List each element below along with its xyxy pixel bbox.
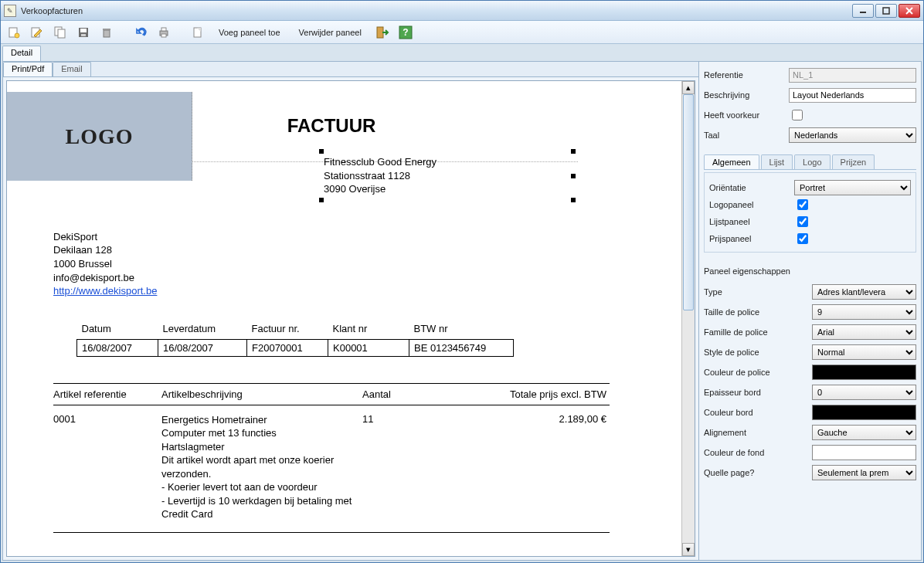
tab-list[interactable]: Lijst xyxy=(761,154,793,169)
pricepanel-label: Prijspaneel xyxy=(709,234,794,243)
reference-field xyxy=(789,68,916,83)
info-value: 16/08/2007 xyxy=(158,339,247,356)
items-header: Artikel referentie Artikelbeschrijving A… xyxy=(53,383,610,405)
scroll-down-button[interactable]: ▾ xyxy=(682,543,695,556)
line-qty: 11 xyxy=(362,413,440,521)
edit-icon[interactable] xyxy=(29,24,46,41)
logo-placeholder[interactable]: LOGO xyxy=(7,92,192,181)
svg-rect-15 xyxy=(161,28,166,31)
border-color-swatch[interactable] xyxy=(812,405,916,420)
tab-detail[interactable]: Detail xyxy=(2,46,41,61)
info-header: Klant nr xyxy=(328,320,409,340)
col-desc-header: Artikelbeschrijving xyxy=(161,388,362,400)
svg-point-5 xyxy=(15,33,19,38)
undo-icon[interactable] xyxy=(132,24,149,41)
type-label: Type xyxy=(704,287,812,297)
reference-label: Referentie xyxy=(704,70,789,80)
copy-icon[interactable] xyxy=(52,24,69,41)
bg-color-label: Couleur de fond xyxy=(704,448,812,457)
app-window: ✎ Verkoopfacturen Voeg paneel toe Verwij… xyxy=(0,0,924,563)
line-desc: Energetics Hometrainer Computer met 13 f… xyxy=(161,413,362,521)
info-value: K00001 xyxy=(328,339,409,356)
svg-rect-13 xyxy=(103,29,110,30)
titlebar: ✎ Verkoopfacturen xyxy=(1,1,923,21)
align-select[interactable]: Gauche xyxy=(812,425,916,440)
minimize-button[interactable] xyxy=(852,4,874,18)
type-select[interactable]: Adres klant/levera xyxy=(812,284,916,300)
svg-rect-8 xyxy=(58,29,65,38)
font-style-select[interactable]: Normal xyxy=(812,344,916,360)
language-select[interactable]: Nederlands xyxy=(789,127,916,143)
vertical-scrollbar[interactable]: ▴ ▾ xyxy=(681,81,695,556)
font-color-swatch[interactable] xyxy=(812,365,916,380)
font-family-select[interactable]: Arial xyxy=(812,324,916,340)
tab-general[interactable]: Algemeen xyxy=(704,154,759,169)
scroll-up-button[interactable]: ▴ xyxy=(682,81,695,94)
app-icon: ✎ xyxy=(4,5,16,17)
sender-street: Dekilaan 128 xyxy=(53,243,610,257)
tab-print-pdf[interactable]: Print/Pdf xyxy=(3,62,53,76)
print-icon[interactable] xyxy=(155,24,172,41)
window-title: Verkoopfacturen xyxy=(21,6,852,15)
page-setup-icon[interactable] xyxy=(189,24,206,41)
info-header: Datum xyxy=(77,320,158,340)
preferred-label: Heeft voorkeur xyxy=(704,110,789,120)
logopanel-checkbox[interactable] xyxy=(797,199,808,210)
line-total: 2.189,00 € xyxy=(440,413,610,521)
listpanel-checkbox[interactable] xyxy=(797,216,808,227)
remove-panel-button[interactable]: Verwijder paneel xyxy=(293,28,368,37)
recipient-address-panel[interactable]: Fitnessclub Good Energy Stationsstraat 1… xyxy=(324,152,571,199)
tab-email[interactable]: Email xyxy=(53,62,91,76)
toolbar: Voeg paneel toe Verwijder paneel ? xyxy=(1,21,923,44)
language-label: Taal xyxy=(704,131,789,140)
logopanel-label: Logopaneel xyxy=(709,200,794,209)
pricepanel-checkbox[interactable] xyxy=(797,233,808,244)
font-size-select[interactable]: 9 xyxy=(812,304,916,320)
save-icon[interactable] xyxy=(75,24,92,41)
align-label: Alignement xyxy=(704,428,812,437)
description-field[interactable] xyxy=(789,88,916,103)
description-label: Beschrijving xyxy=(704,90,789,100)
preferred-checkbox[interactable] xyxy=(792,110,803,120)
tab-logo[interactable]: Logo xyxy=(794,154,830,169)
col-qty-header: Aantal xyxy=(362,388,440,400)
tab-prices[interactable]: Prijzen xyxy=(832,154,875,169)
delete-icon[interactable] xyxy=(98,24,115,41)
invoice-info-table: Datum Leverdatum Factuur nr. Klant nr BT… xyxy=(76,320,514,357)
page-select[interactable]: Seulement la prem xyxy=(812,465,916,480)
scroll-thumb[interactable] xyxy=(683,94,694,310)
svg-rect-10 xyxy=(80,29,87,32)
svg-rect-18 xyxy=(377,27,383,38)
line-ref: 0001 xyxy=(53,413,161,521)
font-style-label: Style de police xyxy=(704,348,812,357)
border-width-select[interactable]: 0 xyxy=(812,385,916,400)
font-family-label: Famille de police xyxy=(704,327,812,337)
border-color-label: Couleur bord xyxy=(704,408,812,417)
info-header: Leverdatum xyxy=(158,320,247,340)
col-total-header: Totale prijs excl. BTW xyxy=(440,388,610,400)
new-icon[interactable] xyxy=(5,24,22,41)
svg-rect-16 xyxy=(161,34,166,37)
close-button[interactable] xyxy=(899,4,920,18)
preview-container: LOGO FACTUUR Fitnessclub Good Energy Sta… xyxy=(6,80,695,557)
font-color-label: Couleur de police xyxy=(704,368,812,377)
info-value: 16/08/2007 xyxy=(77,339,158,356)
info-header: BTW nr xyxy=(409,320,514,340)
add-panel-button[interactable]: Voeg paneel toe xyxy=(212,28,287,37)
properties-panel: Referentie Beschrijving Heeft voorkeur T… xyxy=(698,62,921,560)
sender-website-link[interactable]: http://www.dekisport.be xyxy=(53,285,157,297)
svg-rect-1 xyxy=(883,8,889,14)
sender-name: DekiSport xyxy=(53,230,610,244)
sender-city: 1000 Brussel xyxy=(53,257,610,271)
help-icon[interactable]: ? xyxy=(397,24,414,41)
bg-color-swatch[interactable] xyxy=(812,445,916,460)
listpanel-label: Lijstpaneel xyxy=(709,217,794,226)
info-value: BE 0123456749 xyxy=(409,339,514,356)
svg-rect-11 xyxy=(81,34,86,36)
exit-icon[interactable] xyxy=(374,24,391,41)
page-label: Quelle page? xyxy=(704,468,812,477)
maximize-button[interactable] xyxy=(875,4,897,18)
orientation-select[interactable]: Portret xyxy=(794,180,911,195)
col-ref-header: Artikel referentie xyxy=(53,388,161,400)
line-item-row: 0001 Energetics Hometrainer Computer met… xyxy=(53,405,610,521)
